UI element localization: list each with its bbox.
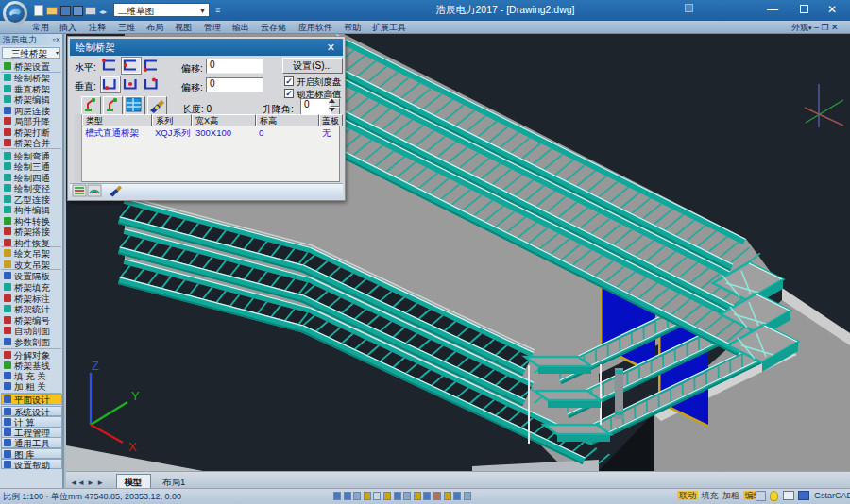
svg-text:Z: Z (92, 359, 99, 373)
svg-text:Y: Y (131, 389, 140, 403)
svg-text:X: X (128, 440, 137, 454)
